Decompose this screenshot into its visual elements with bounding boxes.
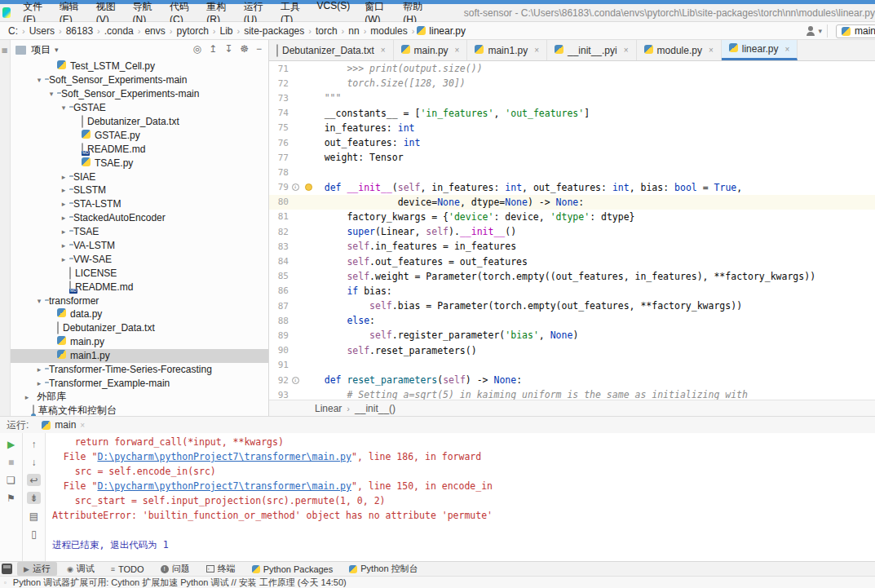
expand-all-icon[interactable]: ↥ (209, 43, 217, 55)
chevron-right-icon[interactable]: ▸ (58, 173, 69, 181)
close-icon[interactable]: × (534, 46, 539, 55)
tool-button-python-packages[interactable]: Python Packages (245, 564, 340, 575)
tab--init-pyi[interactable]: __init__.pyi× (547, 40, 637, 60)
run-console-output[interactable]: return forward_call(*input, **kwargs) Fi… (46, 433, 875, 562)
close-icon[interactable]: × (381, 46, 386, 55)
hide-icon[interactable]: − (256, 43, 262, 55)
chevron-right-icon[interactable]: ▸ (21, 393, 33, 401)
tool-button-调试[interactable]: ◉调试 (60, 562, 101, 576)
locate-icon[interactable]: ◎ (193, 43, 201, 55)
tree-item-siae[interactable]: ▸SIAE (11, 170, 268, 183)
tree-item-test-lstm-cell-py[interactable]: Test_LSTM_Cell.py (11, 60, 268, 73)
breadcrumb-method[interactable]: __init__() (355, 403, 396, 414)
chevron-right-icon[interactable]: ▸ (33, 379, 45, 387)
soft-wrap-icon[interactable]: ↩ (27, 474, 41, 486)
tree-item-slstm[interactable]: ▸SLSTM (11, 183, 268, 197)
pin-icon[interactable]: ⚑ (4, 492, 18, 504)
settings-icon[interactable]: ☸ (240, 43, 249, 55)
tree-item-debutanizer-data-txt[interactable]: Debutanizer_Data.txt (11, 321, 268, 335)
user-profile-icon[interactable] (806, 26, 815, 36)
tree-item-tsae[interactable]: ▸TSAE (11, 225, 268, 239)
tree-item-stackedautoencoder[interactable]: ▸StackedAutoEncoder (11, 211, 268, 225)
tab-main-py[interactable]: main.py× (394, 40, 468, 60)
collapse-all-icon[interactable]: ↧ (224, 43, 232, 55)
console-file-link[interactable]: D:\pycharm\pythonProject7\transformer\ma… (97, 480, 351, 492)
tree-item-外部库[interactable]: ▸外部库 (11, 390, 268, 404)
override-marker-icon[interactable]: ↓ (292, 377, 299, 384)
tab-debutanizer-data-txt[interactable]: Debutanizer_Data.txt× (269, 40, 394, 60)
tree-item-data-py[interactable]: data.py (11, 307, 268, 321)
code-editor[interactable]: 71 >>> print(output.size())72 torch.Size… (269, 61, 875, 400)
chevron-right-icon[interactable]: ▸ (58, 255, 69, 263)
breadcrumb-class[interactable]: Linear (315, 403, 342, 414)
up-stack-trace-icon[interactable]: ↑ (27, 438, 41, 450)
tab-main1-py[interactable]: main1.py× (467, 40, 547, 60)
chevron-right-icon[interactable]: ▸ (58, 228, 69, 236)
chevron-down-icon[interactable]: ▾ (58, 104, 69, 112)
breadcrumb-item[interactable]: Lib (219, 25, 235, 37)
chevron-down-icon[interactable]: ▾ (46, 90, 57, 98)
breadcrumb-item[interactable]: nn (347, 25, 360, 37)
tree-item-main-py[interactable]: main.py (11, 335, 268, 349)
status-message[interactable]: Python 调试器扩展可用: Cython 扩展加速 Python 调试 //… (13, 577, 347, 588)
chevron-right-icon[interactable]: ▸ (58, 186, 69, 194)
tool-button-todo[interactable]: ≡TODO (104, 564, 151, 575)
breadcrumb-item[interactable]: envs (143, 25, 166, 37)
breadcrumb-item[interactable]: Users (28, 25, 56, 37)
tree-item-transformer-example-main[interactable]: ▸Transformer_Example-main (11, 376, 268, 390)
breadcrumb-item[interactable]: site-packages (242, 25, 306, 37)
clear-icon[interactable]: ▯ (27, 528, 41, 540)
stop-icon[interactable]: ■ (4, 456, 18, 468)
chevron-right-icon[interactable]: ▸ (58, 200, 69, 208)
chevron-right-icon[interactable]: ▸ (33, 365, 45, 374)
close-icon[interactable]: × (80, 421, 85, 430)
tree-item-transformer[interactable]: ▾transformer (11, 294, 268, 307)
tool-button-运行[interactable]: ▶运行 (17, 562, 57, 576)
restore-layout-icon[interactable]: ❏ (4, 474, 18, 486)
chevron-right-icon[interactable]: ▸ (58, 241, 69, 250)
breadcrumb-item[interactable]: 86183 (64, 25, 95, 37)
override-marker-icon[interactable]: ↓ (292, 183, 299, 191)
run-tab-main[interactable]: main × (42, 419, 85, 431)
tree-item-debutanizer-data-txt[interactable]: Debutanizer_Data.txt (11, 115, 268, 129)
tree-item-readme-md[interactable]: README.md (11, 280, 268, 294)
tree-item-tsae-py[interactable]: TSAE.py (11, 156, 268, 170)
print-icon[interactable]: ▤ (27, 510, 41, 522)
tree-item-license[interactable]: LICENSE (11, 266, 268, 280)
tree-item-main1-py[interactable]: main1.py (11, 349, 268, 363)
tree-item-vw-sae[interactable]: ▸VW-SAE (11, 252, 268, 266)
close-icon[interactable]: × (784, 45, 789, 54)
chevron-right-icon[interactable]: ▸ (58, 214, 69, 222)
tool-button-python-控制台[interactable]: Python 控制台 (342, 562, 424, 576)
tree-item-readme-md[interactable]: README.md (11, 142, 268, 156)
breadcrumb-item[interactable]: modules (369, 25, 409, 37)
rerun-icon[interactable]: ▶ (4, 438, 18, 450)
breadcrumb-item-file[interactable]: linear.py (417, 25, 466, 37)
tree-item-草稿文件和控制台[interactable]: 草稿文件和控制台 (11, 404, 268, 416)
tool-windows-toggle-icon[interactable] (2, 564, 12, 574)
tree-item-soft-sensor-experiments-main[interactable]: ▾Soft_Sensor_Experiments-main (11, 73, 268, 87)
console-file-link[interactable]: D:\pycharm\pythonProject7\transformer\ma… (97, 451, 351, 462)
tree-item-va-lstm[interactable]: ▸VA-LSTM (11, 239, 268, 253)
close-icon[interactable]: × (455, 46, 460, 55)
chevron-down-icon[interactable]: ▾ (33, 297, 45, 305)
tool-button-终端[interactable]: ›终端 (200, 562, 242, 576)
project-panel-header[interactable]: 项目 ▾ ◎↥↧☸− (11, 40, 268, 60)
tree-item-gstae[interactable]: ▾GSTAE (11, 101, 268, 115)
breadcrumb-item[interactable]: pytorch (175, 25, 210, 37)
breadcrumb-item[interactable]: torch (314, 25, 339, 37)
chevron-down-icon[interactable]: ▾ (818, 27, 822, 35)
project-tool-icon[interactable]: ▦ (2, 46, 8, 54)
tree-item-sta-lstm[interactable]: ▸STA-LSTM (11, 197, 268, 211)
tree-item-transformer-time-series-forecasting[interactable]: ▸Transformer-Time-Series-Forecasting (11, 363, 268, 377)
scroll-to-end-icon[interactable]: ⇟ (27, 492, 41, 504)
run-configuration-select[interactable]: main (836, 24, 875, 38)
breadcrumb-item[interactable]: C: (7, 25, 20, 37)
close-icon[interactable]: × (709, 46, 714, 55)
tree-item-gstae-py[interactable]: GSTAE.py (11, 128, 268, 142)
tree-item-soft-sensor-experiments-main[interactable]: ▾Soft_Sensor_Experiments-main (11, 87, 268, 101)
chevron-down-icon[interactable]: ▾ (33, 76, 45, 84)
tool-button-问题[interactable]: !问题 (154, 562, 197, 576)
tab-linear-py[interactable]: linear.py× (722, 40, 798, 60)
tab-module-py[interactable]: module.py× (637, 40, 722, 60)
